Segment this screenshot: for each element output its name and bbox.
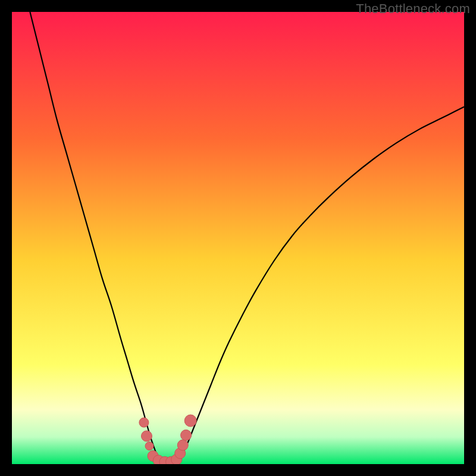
marker-point <box>184 415 196 427</box>
marker-point <box>141 431 152 441</box>
chart-svg <box>12 12 464 464</box>
attribution-text: TheBottleneck.com <box>356 1 470 17</box>
marker-point <box>177 440 188 450</box>
marker-point <box>139 418 149 427</box>
marker-point <box>181 430 192 440</box>
gradient-background <box>12 12 464 464</box>
chart-plot-area <box>12 12 464 464</box>
marker-point <box>145 442 154 450</box>
